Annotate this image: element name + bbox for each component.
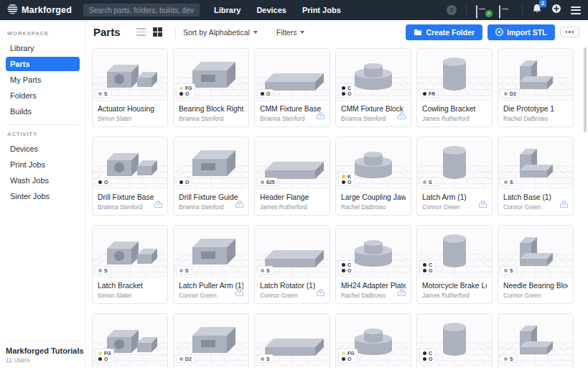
part-author: Connor Green [260,292,325,299]
sidebar-item-sinter-jobs[interactable]: Sinter Jobs [6,189,80,203]
grid-view-icon[interactable] [153,27,163,37]
part-card[interactable]: CO Motorcycle Brake Lever James Rutherfo… [416,225,493,304]
more-options-button[interactable] [560,27,580,37]
sidebar-item-library[interactable]: Library [6,41,80,55]
material-badge: C [423,351,432,356]
material-label: S [266,356,270,362]
part-thumbnail: S [498,314,573,366]
material-badge: O [261,91,270,96]
part-thumbnail: 625 [255,137,330,189]
help-icon[interactable]: ? [447,5,457,15]
material-badge: FG [342,351,354,356]
material-dot-icon [342,86,345,90]
printed-indicator-icon[interactable] [316,287,325,300]
material-label: S [104,268,108,273]
scrollbar-thumb[interactable] [584,47,587,132]
part-name: Latch Bracket [98,282,162,290]
printed-indicator-icon[interactable] [235,287,244,300]
material-label: O [104,356,108,362]
search-input[interactable] [89,6,194,14]
part-card-info: CMM Fixture Block Brianna Stenford [336,101,411,126]
part-card[interactable]: CO CMM Fixture Block Brianna Stenford [335,48,411,127]
brand[interactable]: Markforged [7,4,72,17]
part-card[interactable]: D2 Punch Prototype 1 Rachel DaBrosio [173,313,249,368]
topnav-devices[interactable]: Devices [256,6,286,14]
part-name: Large Coupling Jaw [341,193,406,201]
sidebar-item-my-parts[interactable]: My Parts [6,73,80,87]
menu-icon[interactable] [571,6,581,14]
material-badges: S [257,266,274,275]
part-card-info: Latch Base (1) Connor Green [498,189,573,215]
divider [522,5,523,15]
part-thumbnail: S [498,226,573,277]
sidebar-item-folders[interactable]: Folders [6,88,80,103]
part-card[interactable]: S Latch Bracket Simon Slater [92,225,168,304]
part-card[interactable]: S Sensor Mount Rachel DaBrosio [254,313,330,368]
notifications-bell-icon[interactable]: 2 [532,4,542,17]
part-card[interactable]: FGO Shaft Cam Lock James Rutherford [335,313,411,368]
part-card-info: CMM Fixture Base Brianna Stenford [255,101,330,126]
printed-indicator-icon[interactable] [559,198,569,211]
material-dot-icon [342,175,345,178]
part-card[interactable]: S Latch Puller Arm (1) Connor Green [173,225,249,304]
part-card[interactable]: CO Sheet Metal Gripper Base Rachel DaBro… [416,313,493,368]
create-folder-label: Create Folder [426,28,475,37]
part-card[interactable]: S Needle Bearing Block Connor Green [498,225,574,304]
part-thumbnail: CO [417,226,492,277]
search-box[interactable] [83,4,200,17]
sidebar-item-wash-jobs[interactable]: Wash Jobs [6,173,80,188]
sidebar-item-parts[interactable]: Parts [6,57,80,71]
material-label: O [185,91,189,96]
page-title: Parts [93,26,121,38]
part-name: Latch Base (1) [503,193,568,201]
part-card[interactable]: CO MH24 Adapter Plate Rachel DaBrosio [335,225,411,304]
device-icon[interactable] [499,6,513,15]
part-card[interactable]: FR Cowling Bracket James Rutherford [416,48,493,127]
filters-dropdown[interactable]: Filters [276,28,305,37]
part-card-info: Large Coupling Jaw Rachel DaBrosio [336,189,411,215]
apps-target-icon[interactable] [551,4,561,17]
part-thumbnail: S [255,226,330,277]
list-view-icon[interactable] [136,28,146,35]
printed-indicator-icon[interactable] [235,198,244,211]
sort-dropdown[interactable]: Sort by Alphabetical [183,28,258,37]
part-card[interactable]: O Drill Fixture Guide Brianna Stenford [173,137,249,216]
material-label: S [429,180,432,185]
brand-name: Markforged [22,5,72,15]
scrollbar[interactable] [584,47,587,365]
part-card[interactable]: FGO Bearing Block Right Jaw Brianna Sten… [173,48,249,127]
sidebar-section-title: ACTIVITY [7,131,80,137]
part-card[interactable]: S Latch Base (1) Connor Green [498,137,574,216]
import-stl-button[interactable]: Import STL [487,24,554,40]
material-dot-icon [423,269,426,272]
workspace-name[interactable]: Markforged Tutorials [6,346,80,355]
divider [6,341,80,341]
part-card[interactable]: O CMM Fixture Base Brianna Stenford [254,48,330,127]
sidebar-item-builds[interactable]: Builds [6,104,80,119]
printed-indicator-icon[interactable] [154,198,163,211]
printed-indicator-icon[interactable] [316,110,325,123]
part-card[interactable]: D2 Die Prototype 1 Rachel DaBrosio [498,48,574,127]
topnav-library[interactable]: Library [214,6,241,14]
part-card[interactable]: 625 Header Flange James Rutherford [254,137,330,216]
printed-indicator-icon[interactable] [397,287,406,300]
part-card[interactable]: S Sheet Metal Gripper Tip Rachel DaBrosi… [498,313,574,368]
part-card[interactable]: FGO Needle Bearing Block Left ... Briann… [92,313,168,368]
part-card[interactable]: KO Large Coupling Jaw Rachel DaBrosio [335,137,411,216]
create-folder-button[interactable]: Create Folder [406,24,482,40]
sidebar-item-devices[interactable]: Devices [6,142,80,156]
printed-indicator-icon[interactable] [478,198,487,211]
part-card[interactable]: S Latch Rotator (1) Connor Green [254,225,330,304]
material-label: K [347,174,351,179]
material-badges: S [257,354,274,363]
part-card[interactable]: S Latch Arm (1) Connor Green [416,137,493,216]
sidebar-item-print-jobs[interactable]: Print Jobs [6,157,80,172]
part-card-info: Actuator Housing Simon Slater [93,101,167,126]
material-badges: CO [419,260,436,275]
printed-indicator-icon[interactable] [397,110,406,123]
part-card[interactable]: S Actuator Housing Simon Slater [92,48,168,127]
topnav-print-jobs[interactable]: Print Jobs [302,6,341,14]
printer-status-icon[interactable]: ✓ [476,6,490,15]
part-author: Rachel DaBrosio [341,292,406,299]
part-card[interactable]: O Drill Fixture Base Brianna Stenford [92,137,168,216]
